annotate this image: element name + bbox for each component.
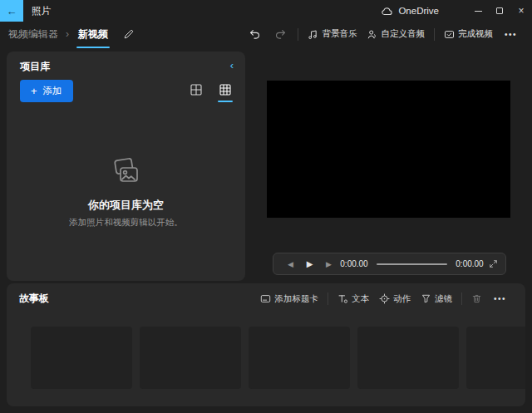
app-title: 照片	[32, 5, 51, 17]
maximize-icon	[496, 7, 503, 14]
add-title-card-label: 添加标题卡	[274, 293, 318, 305]
cloud-icon	[381, 6, 393, 16]
storyboard-panel: 故事板 添加标题卡 文本 动作	[7, 283, 525, 406]
large-grid-view-button[interactable]	[188, 81, 204, 102]
more-options-button[interactable]: •••	[498, 27, 524, 42]
motion-tool-button[interactable]: 动作	[374, 290, 416, 308]
redo-icon	[274, 28, 287, 41]
titlebar-right: OneDrive ×	[381, 0, 532, 22]
storyboard-slot[interactable]	[466, 327, 525, 389]
add-label: 添加	[43, 85, 62, 97]
music-note-icon	[308, 29, 318, 40]
motion-tool-label: 动作	[393, 293, 411, 305]
storyboard-toolbar: 添加标题卡 文本 动作 滤镜	[255, 290, 513, 308]
export-video-icon	[444, 29, 455, 40]
player-controls: ◀ ▶ ▶ 0:00.00 0:00.00	[273, 253, 506, 275]
minimize-button[interactable]	[467, 0, 489, 22]
text-tool-button[interactable]: 文本	[332, 290, 374, 308]
close-icon: ×	[518, 5, 524, 17]
seek-slider[interactable]	[377, 263, 447, 265]
background-music-label: 背景音乐	[322, 28, 357, 40]
total-time: 0:00.00	[454, 259, 485, 268]
photo-stack-icon	[109, 156, 144, 187]
storyboard-more-button[interactable]: •••	[487, 291, 513, 307]
pencil-icon	[123, 28, 135, 40]
library-empty-title: 你的项目库为空	[7, 198, 245, 213]
redo-button[interactable]	[268, 25, 293, 44]
onedrive-status[interactable]: OneDrive	[381, 6, 439, 16]
expand-icon	[489, 259, 498, 268]
title-bar: ← 照片 OneDrive ×	[0, 0, 532, 22]
elapsed-time: 0:00.00	[338, 259, 370, 268]
plus-icon: +	[31, 86, 37, 96]
previous-frame-button[interactable]: ◀	[281, 260, 300, 268]
view-toggle-group	[188, 81, 234, 102]
back-arrow-icon: ←	[7, 5, 17, 17]
breadcrumb-separator-icon: ›	[66, 28, 69, 40]
project-library-title: 项目库	[20, 60, 50, 74]
undo-icon	[249, 28, 261, 41]
close-button[interactable]: ×	[510, 0, 532, 22]
back-button[interactable]: ←	[0, 0, 23, 22]
small-grid-view-button[interactable]	[217, 81, 234, 102]
fullscreen-button[interactable]	[489, 259, 498, 268]
storyboard-slot[interactable]	[357, 327, 459, 389]
storyboard-title: 故事板	[19, 292, 49, 306]
filter-tool-button[interactable]: 滤镜	[416, 290, 457, 308]
motion-icon	[379, 293, 390, 304]
command-bar-actions: 背景音乐 自定义音频 完成视频 •••	[242, 25, 524, 44]
collapse-panel-button[interactable]: ‹	[227, 57, 237, 73]
text-tool-label: 文本	[352, 293, 369, 305]
storyboard-slot[interactable]	[31, 327, 132, 389]
storyboard-slots	[31, 327, 525, 389]
text-icon	[337, 293, 348, 304]
delete-button[interactable]	[466, 290, 487, 307]
person-audio-icon	[367, 29, 377, 40]
add-media-button[interactable]: + 添加	[20, 80, 73, 102]
play-button[interactable]: ▶	[300, 259, 319, 268]
toolbar-divider	[461, 293, 462, 305]
next-frame-button[interactable]: ▶	[319, 260, 338, 268]
onedrive-label: OneDrive	[398, 6, 439, 16]
storyboard-header: 故事板 添加标题卡 文本 动作	[7, 283, 525, 314]
video-preview[interactable]	[267, 81, 510, 218]
custom-audio-button[interactable]: 自定义音频	[362, 25, 430, 43]
command-bar: 视频编辑器 › 新视频 背景音乐 自定义音频	[0, 22, 532, 47]
minimize-icon	[475, 11, 482, 12]
toolbar-divider	[434, 28, 435, 41]
trash-icon	[471, 293, 482, 304]
maximize-button[interactable]	[489, 0, 510, 22]
background-music-button[interactable]: 背景音乐	[303, 25, 362, 43]
grid-2x2-icon	[190, 83, 203, 96]
finish-video-label: 完成视频	[458, 28, 493, 40]
filter-icon	[421, 293, 431, 304]
breadcrumb-video-editor[interactable]: 视频编辑器	[8, 27, 58, 42]
finish-video-button[interactable]: 完成视频	[439, 25, 498, 43]
breadcrumb-new-video[interactable]: 新视频	[76, 27, 110, 42]
title-card-icon	[260, 293, 271, 304]
custom-audio-label: 自定义音频	[381, 28, 425, 40]
rename-button[interactable]	[123, 28, 135, 40]
chevron-left-icon: ‹	[230, 59, 234, 71]
undo-button[interactable]	[242, 25, 268, 44]
filter-tool-label: 滤镜	[435, 293, 452, 305]
grid-3x3-icon	[219, 83, 232, 96]
project-library-panel: 项目库 ‹ + 添加 你的项目库为空 添加照片和视频剪辑以开始。	[7, 52, 245, 281]
add-title-card-button[interactable]: 添加标题卡	[255, 290, 323, 308]
library-empty-subtitle: 添加照片和视频剪辑以开始。	[7, 217, 245, 229]
storyboard-slot[interactable]	[249, 327, 350, 389]
toolbar-divider	[298, 28, 298, 41]
storyboard-slot[interactable]	[140, 327, 241, 389]
toolbar-divider	[328, 293, 328, 305]
library-empty-state: 你的项目库为空 添加照片和视频剪辑以开始。	[7, 156, 245, 229]
